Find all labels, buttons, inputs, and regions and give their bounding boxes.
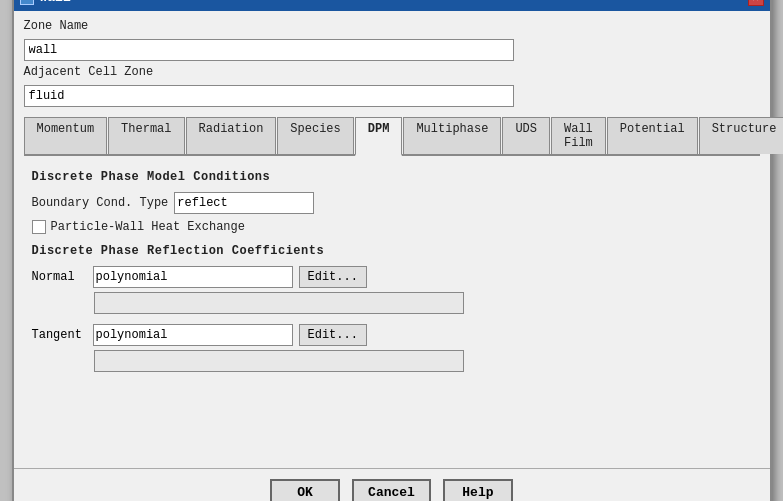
tangent-select[interactable]: polynomial constant user-defined [93, 324, 293, 346]
tabs-container: Momentum Thermal Radiation Species DPM M… [24, 117, 760, 156]
adjacent-cell-zone-label: Adjacent Cell Zone [24, 65, 760, 79]
tangent-row: Tangent polynomial constant user-defined… [32, 324, 752, 346]
close-button[interactable]: ✕ [748, 0, 764, 6]
normal-label: Normal [32, 270, 87, 284]
tab-multiphase[interactable]: Multiphase [403, 117, 501, 154]
normal-coeff-bar [94, 292, 464, 314]
boundary-cond-select[interactable]: reflect trap escape wall-jet user-define… [174, 192, 314, 214]
bottom-spacer [24, 396, 760, 456]
tab-momentum[interactable]: Momentum [24, 117, 108, 154]
help-button[interactable]: Help [443, 479, 513, 502]
particle-wall-checkbox[interactable] [32, 220, 46, 234]
title-bar: F Wall ✕ [14, 0, 770, 11]
zone-name-input[interactable] [24, 39, 514, 61]
normal-row: Normal polynomial constant user-defined … [32, 266, 752, 288]
boundary-cond-row: Boundary Cond. Type reflect trap escape … [32, 192, 752, 214]
title-bar-left: F Wall [20, 0, 71, 5]
ok-button[interactable]: OK [270, 479, 340, 502]
tangent-label: Tangent [32, 328, 87, 342]
tab-structure[interactable]: Structure [699, 117, 783, 154]
normal-select[interactable]: polynomial constant user-defined [93, 266, 293, 288]
dialog-body: Zone Name Adjacent Cell Zone Momentum Th… [14, 11, 770, 464]
particle-wall-label: Particle-Wall Heat Exchange [51, 220, 245, 234]
tab-potential[interactable]: Potential [607, 117, 698, 154]
particle-wall-row: Particle-Wall Heat Exchange [32, 220, 752, 234]
wall-dialog: F Wall ✕ Zone Name Adjacent Cell Zone Mo… [12, 0, 772, 501]
adjacent-cell-zone-input[interactable] [24, 85, 514, 107]
tab-dpm[interactable]: DPM [355, 117, 403, 156]
tab-wall-film[interactable]: Wall Film [551, 117, 606, 154]
tab-species[interactable]: Species [277, 117, 353, 154]
dpm-tab-content: Discrete Phase Model Conditions Boundary… [24, 160, 760, 392]
dialog-icon: F [20, 0, 34, 5]
boundary-cond-label: Boundary Cond. Type [32, 196, 169, 210]
normal-edit-button[interactable]: Edit... [299, 266, 367, 288]
button-row: OK Cancel Help [14, 468, 770, 502]
tangent-select-wrapper: polynomial constant user-defined [93, 324, 293, 346]
cancel-button[interactable]: Cancel [352, 479, 431, 502]
zone-name-label: Zone Name [24, 19, 760, 33]
tab-uds[interactable]: UDS [502, 117, 550, 154]
tangent-edit-button[interactable]: Edit... [299, 324, 367, 346]
model-conditions-title: Discrete Phase Model Conditions [32, 170, 752, 184]
reflection-title: Discrete Phase Reflection Coefficients [32, 244, 752, 258]
dialog-title: Wall [40, 0, 71, 5]
tab-radiation[interactable]: Radiation [186, 117, 277, 154]
tangent-coeff-bar [94, 350, 464, 372]
normal-select-wrapper: polynomial constant user-defined [93, 266, 293, 288]
tab-thermal[interactable]: Thermal [108, 117, 184, 154]
boundary-cond-wrapper: reflect trap escape wall-jet user-define… [174, 192, 314, 214]
